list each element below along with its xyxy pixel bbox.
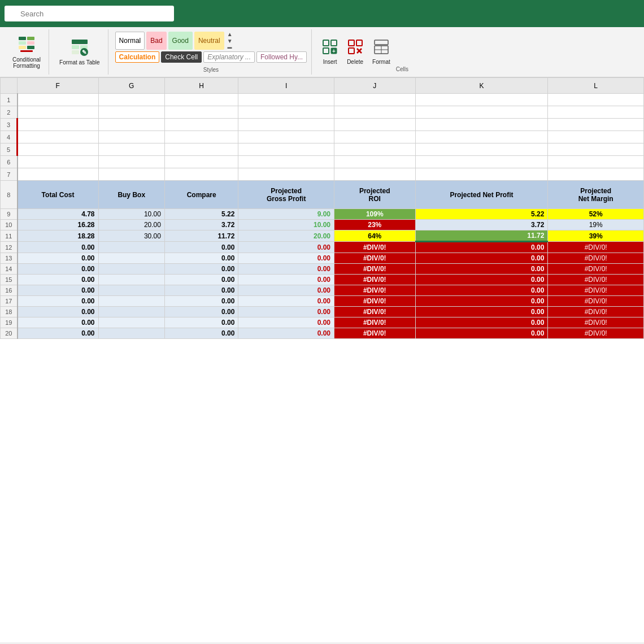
delete-icon [347, 39, 363, 59]
conditional-formatting-button[interactable]: ConditionalFormatting [9, 33, 44, 71]
svg-rect-20 [356, 40, 362, 46]
svg-rect-8 [72, 45, 79, 49]
delete-button[interactable]: Delete [343, 37, 367, 67]
row-num-cell: 10 [1, 220, 18, 230]
row-num-cell: 6 [1, 156, 18, 168]
table-row: 20 0.00 0.00 0.00 #DIV/0! 0.00 #DIV/0! [1, 328, 644, 339]
svg-rect-7 [72, 40, 88, 44]
row-num-header [1, 78, 18, 94]
row-num-cell: 3 [1, 119, 18, 131]
svg-rect-21 [349, 48, 354, 54]
table-row: 19 0.00 0.00 0.00 #DIV/0! 0.00 #DIV/0! [1, 317, 644, 328]
style-explanatory[interactable]: Explanatory ... [203, 51, 255, 63]
conditional-formatting-label: ConditionalFormatting [12, 56, 41, 69]
table-row: 2 [1, 106, 644, 119]
header-buy-box[interactable]: Buy Box [98, 181, 164, 209]
table-row: 10 16.28 20.00 3.72 10.00 23% 3.72 19% [1, 220, 644, 230]
col-header-j[interactable]: J [334, 78, 416, 94]
table-row: 14 0.00 0.00 0.00 #DIV/0! 0.00 #DIV/0! [1, 264, 644, 275]
style-bad[interactable]: Bad [146, 32, 166, 50]
insert-label: Insert [323, 59, 337, 65]
svg-rect-19 [349, 40, 354, 46]
row-num-cell: 15 [1, 275, 18, 285]
header-projected-net-profit[interactable]: Projected Net Profit [415, 181, 548, 209]
table-row: 6 [1, 156, 644, 168]
svg-rect-2 [19, 41, 26, 45]
svg-rect-16 [323, 48, 329, 54]
table-row: 1 [1, 94, 644, 106]
format-as-table-section: ✎ Format as Table [51, 29, 108, 75]
row-num-cell: 14 [1, 264, 18, 275]
format-as-table-button[interactable]: ✎ Format as Table [56, 36, 103, 68]
delete-label: Delete [347, 59, 363, 65]
style-normal[interactable]: Normal [115, 32, 145, 50]
svg-rect-0 [19, 37, 26, 40]
svg-rect-4 [19, 46, 26, 49]
spreadsheet-container[interactable]: F G H I J K L 1 2 3 4 [0, 77, 644, 642]
column-header-row: F G H I J K L [1, 78, 644, 94]
header-projected-roi[interactable]: ProjectedROI [334, 181, 416, 209]
svg-rect-14 [323, 40, 329, 46]
row-num-cell: 4 [1, 131, 18, 143]
col-header-g[interactable]: G [98, 78, 164, 94]
format-label: Format [372, 59, 390, 65]
table-row: 7 [1, 168, 644, 181]
ribbon: 🔍 [0, 0, 644, 27]
styles-label: Styles [203, 67, 219, 73]
styles-row-top: Normal Bad Good Neutral ▲ ▼ ▬ [115, 32, 233, 50]
svg-rect-24 [375, 40, 388, 45]
table-row: 17 0.00 0.00 0.00 #DIV/0! 0.00 #DIV/0! [1, 296, 644, 307]
svg-rect-5 [27, 46, 34, 49]
row-num-cell: 2 [1, 106, 18, 119]
scroll-up-arrow[interactable]: ▲ [227, 32, 233, 37]
row-num-cell: 7 [1, 168, 18, 181]
format-icon [373, 39, 389, 59]
format-as-table-icon: ✎ [71, 38, 89, 59]
header-total-cost[interactable]: Total Cost [18, 181, 99, 209]
col-header-k[interactable]: K [415, 78, 548, 94]
table-row: 4 [1, 131, 644, 143]
table-row: 16 0.00 0.00 0.00 #DIV/0! 0.00 #DIV/0! [1, 285, 644, 296]
search-input[interactable] [5, 6, 174, 21]
svg-rect-10 [72, 50, 79, 54]
row-num-cell: 12 [1, 242, 18, 253]
col-header-i[interactable]: I [238, 78, 334, 94]
row-num-cell: 1 [1, 94, 18, 106]
table-row: 11 18.28 30.00 11.72 20.00 64% 11.72 39% [1, 230, 644, 242]
format-as-table-label: Format as Table [59, 59, 100, 66]
format-button[interactable]: Format [369, 37, 394, 67]
scroll-arrows: ▲ ▼ ▬ [227, 32, 233, 50]
search-wrap: 🔍 [5, 6, 174, 21]
row-num-cell: 5 [1, 143, 18, 156]
row-num-cell: 17 [1, 296, 18, 307]
table-row: 3 [1, 119, 644, 131]
col-header-f[interactable]: F [18, 78, 99, 94]
header-compare[interactable]: Compare [164, 181, 238, 209]
styles-row-bottom: Calculation Check Cell Explanatory ... F… [115, 51, 307, 63]
style-good[interactable]: Good [168, 32, 193, 50]
conditional-formatting-section: ConditionalFormatting [5, 29, 49, 75]
insert-icon: + [322, 39, 338, 59]
svg-rect-6 [20, 50, 33, 52]
insert-button[interactable]: + Insert [319, 37, 341, 67]
scroll-down-arrow[interactable]: ▼ [227, 38, 233, 44]
cells-section: + Insert Delete [314, 29, 413, 75]
header-projected-net-margin[interactable]: ProjectedNet Margin [548, 181, 644, 209]
row-num-cell: 16 [1, 285, 18, 296]
style-calculation[interactable]: Calculation [115, 51, 160, 63]
row-num-cell: 13 [1, 253, 18, 264]
table-row: 12 0.00 0.00 0.00 #DIV/0! 0.00 #DIV/0! [1, 242, 644, 253]
col-header-h[interactable]: H [164, 78, 238, 94]
styles-section: Normal Bad Good Neutral ▲ ▼ ▬ Calculatio… [111, 29, 312, 75]
style-check-cell[interactable]: Check Cell [161, 51, 202, 63]
row-num-cell: 18 [1, 307, 18, 317]
scroll-more-arrow[interactable]: ▬ [227, 45, 233, 50]
svg-rect-3 [27, 41, 34, 45]
row-num-cell: 19 [1, 317, 18, 328]
header-projected-gross-profit[interactable]: ProjectedGross Profit [238, 181, 334, 209]
col-header-l[interactable]: L [548, 78, 644, 94]
style-followed-hyperlink[interactable]: Followed Hy... [256, 51, 307, 63]
style-neutral[interactable]: Neutral [194, 32, 224, 50]
row-num-cell: 20 [1, 328, 18, 339]
table-row: 8 Total Cost Buy Box Compare ProjectedGr… [1, 181, 644, 209]
